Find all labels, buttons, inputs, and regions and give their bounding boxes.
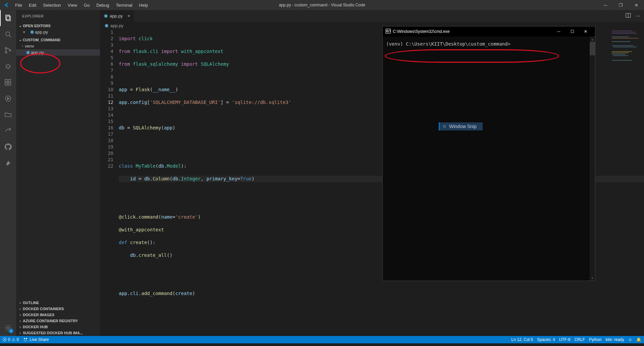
cmd-prompt: (venv) C:\Users\KIIT\Desktop\custom_comm… xyxy=(386,41,592,47)
project-header[interactable]: ⌄CUSTOM_COMMAND xyxy=(16,37,100,43)
outline-header[interactable]: ›OUTLINE xyxy=(16,300,100,306)
menu-view[interactable]: View xyxy=(64,1,80,10)
github-icon[interactable] xyxy=(0,139,16,155)
open-editors-header[interactable]: ⌄OPEN EDITORS xyxy=(16,22,100,29)
cmd-titlebar[interactable]: C:\ C:\Windows\System32\cmd.exe ─ ☐ ✕ xyxy=(383,26,595,37)
live-share-icon[interactable] xyxy=(0,91,16,107)
tab-label: app.py xyxy=(110,13,123,18)
svg-rect-26 xyxy=(612,38,639,39)
svg-point-7 xyxy=(6,65,10,68)
cmd-minimize-button[interactable]: ─ xyxy=(552,29,566,34)
minimize-button[interactable]: ─ xyxy=(598,0,613,10)
close-button[interactable]: ✕ xyxy=(629,0,644,10)
status-bar: ⓧ 0 ⚠ 0 Live Share Ln 12, Col 5 Spaces: … xyxy=(0,336,644,343)
tab-bar: ⬢ app.py × ⋯ xyxy=(100,10,644,22)
share-icon[interactable] xyxy=(0,123,16,139)
file-label: app.py xyxy=(31,50,44,55)
open-editors-label: OPEN EDITORS xyxy=(23,24,51,28)
docker-hub-header[interactable]: ›DOCKER HUB xyxy=(16,324,100,330)
open-editor-label: app.py xyxy=(35,30,48,35)
docker-images-header[interactable]: ›DOCKER IMAGES xyxy=(16,312,100,318)
scroll-down-icon[interactable]: ▾ xyxy=(590,275,595,281)
cmd-scrollbar[interactable]: ▴ ▾ xyxy=(590,37,595,281)
collapsed-label: DOCKER CONTAINERS xyxy=(23,307,64,311)
status-eol[interactable]: CRLF xyxy=(575,337,585,342)
source-control-icon[interactable] xyxy=(0,42,16,58)
menu-bar: File Edit Selection View Go Debug Termin… xyxy=(12,1,151,10)
extensions-icon[interactable] xyxy=(0,74,16,91)
settings-icon[interactable]: 1 xyxy=(0,320,16,336)
menu-help[interactable]: Help xyxy=(136,1,152,10)
menu-file[interactable]: File xyxy=(12,1,25,10)
chevron-right-icon: › xyxy=(17,325,23,329)
python-file-icon: ⬢ xyxy=(105,23,108,28)
minimap[interactable] xyxy=(610,29,644,96)
suggested-docker-header[interactable]: ›SUGGESTED DOCKER HUB IMA... xyxy=(16,330,100,336)
status-spaces[interactable]: Spaces: 4 xyxy=(537,337,555,342)
menu-terminal[interactable]: Terminal xyxy=(112,1,136,10)
svg-line-11 xyxy=(10,65,11,66)
status-errors[interactable]: ⓧ 0 ⚠ 0 xyxy=(3,337,19,343)
svg-rect-27 xyxy=(612,41,630,42)
folder-icon[interactable] xyxy=(0,107,16,123)
open-editor-item[interactable]: × ⬢ app.py xyxy=(16,29,100,35)
status-kite[interactable]: kite: ready xyxy=(605,337,624,342)
window-title: app.py - custom_command - Visual Studio … xyxy=(279,3,365,7)
collapsed-label: AZURE CONTAINER REGISTRY xyxy=(23,319,78,323)
vscode-logo-icon xyxy=(0,2,12,8)
svg-line-3 xyxy=(9,36,11,37)
svg-rect-32 xyxy=(612,54,625,55)
file-item-app-py[interactable]: ⬢ app.py xyxy=(16,49,100,56)
collapsed-label: SUGGESTED DOCKER HUB IMA... xyxy=(23,331,83,335)
menu-debug[interactable]: Debug xyxy=(93,1,112,10)
svg-rect-17 xyxy=(8,79,11,82)
collapsed-label: OUTLINE xyxy=(23,301,39,305)
svg-rect-29 xyxy=(613,47,637,47)
svg-rect-23 xyxy=(612,32,635,33)
status-language[interactable]: Python xyxy=(589,337,601,342)
svg-rect-16 xyxy=(8,83,11,85)
status-cursor[interactable]: Ln 12, Col 5 xyxy=(512,337,533,342)
menu-selection[interactable]: Selection xyxy=(40,1,64,10)
close-icon[interactable]: × xyxy=(127,13,130,18)
status-live-share[interactable]: Live Share xyxy=(23,337,49,342)
project-label: CUSTOM_COMMAND xyxy=(23,38,60,42)
status-bell-icon[interactable]: 🔔 xyxy=(636,337,641,342)
svg-rect-25 xyxy=(612,37,629,37)
close-icon[interactable]: × xyxy=(23,30,29,35)
svg-line-12 xyxy=(5,67,6,68)
azure-registry-header[interactable]: ›AZURE CONTAINER REGISTRY xyxy=(16,318,100,324)
tab-app-py[interactable]: ⬢ app.py × xyxy=(100,10,135,22)
cmd-body[interactable]: (venv) C:\Users\KIIT\Desktop\custom_comm… xyxy=(383,37,595,281)
azure-icon[interactable] xyxy=(0,155,16,171)
menu-edit[interactable]: Edit xyxy=(25,1,40,10)
search-icon[interactable] xyxy=(0,26,16,42)
window-controls: ─ ❐ ✕ xyxy=(598,0,644,10)
chevron-right-icon: › xyxy=(17,301,23,305)
more-icon[interactable]: ⋯ xyxy=(636,13,640,18)
docker-containers-header[interactable]: ›DOCKER CONTAINERS xyxy=(16,306,100,312)
svg-rect-30 xyxy=(612,51,632,52)
folder-item-venv[interactable]: › venv xyxy=(16,43,100,49)
explorer-icon[interactable] xyxy=(0,10,16,26)
svg-rect-15 xyxy=(5,83,7,85)
python-file-icon: ⬢ xyxy=(25,50,31,55)
svg-point-4 xyxy=(5,48,7,49)
debug-icon[interactable] xyxy=(0,58,16,74)
menu-go[interactable]: Go xyxy=(80,1,93,10)
sidebar-title: EXPLORER xyxy=(16,10,100,22)
cmd-maximize-button[interactable]: ☐ xyxy=(566,29,579,34)
status-encoding[interactable]: UTF-8 xyxy=(559,337,571,342)
svg-rect-22 xyxy=(612,31,632,31)
svg-rect-1 xyxy=(7,16,10,21)
cmd-close-button[interactable]: ✕ xyxy=(579,29,592,34)
svg-point-37 xyxy=(24,338,25,339)
scroll-up-icon[interactable]: ▴ xyxy=(590,37,595,42)
svg-rect-24 xyxy=(612,33,637,34)
maximize-button[interactable]: ❐ xyxy=(613,0,629,10)
scroll-thumb[interactable] xyxy=(590,42,595,55)
python-file-icon: ⬢ xyxy=(29,30,35,35)
split-editor-icon[interactable] xyxy=(626,13,631,19)
svg-point-6 xyxy=(9,50,11,51)
status-feedback-icon[interactable]: ☺ xyxy=(628,337,632,342)
